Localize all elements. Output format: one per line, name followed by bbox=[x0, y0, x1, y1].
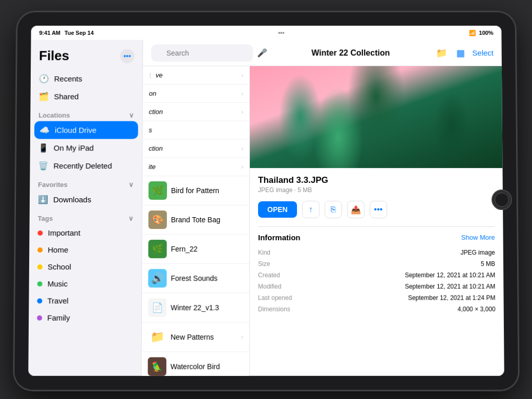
file-thumb: 🦜 bbox=[147, 357, 166, 375]
list-item[interactable]: on › bbox=[142, 85, 249, 103]
file-name: Forest Sounds bbox=[171, 274, 217, 282]
sidebar-item-icloud[interactable]: ☁️ iCloud Drive bbox=[34, 121, 138, 139]
list-item[interactable]: 📄 Winter 22_v1.3 bbox=[141, 293, 249, 322]
ipad-frame: 9:41 AM Tue Sep 14 ••• 📶 100% Files ••• … bbox=[13, 11, 518, 390]
list-item[interactable]: ite › bbox=[142, 158, 249, 176]
wifi-icon: 📶 bbox=[469, 29, 476, 36]
nav-bar: 🔍 🎤 Winter 22 Collection 📁 ▦ Select bbox=[143, 39, 502, 66]
tags-container: Important Home School Music Travel Famil… bbox=[29, 224, 142, 326]
export-button[interactable]: 📤 bbox=[347, 200, 364, 218]
sidebar-header: Files ••• bbox=[31, 48, 142, 70]
files-container: 🌿 Bird for Pattern 🎨 Brand Tote Bag 🌿 Fe… bbox=[141, 176, 249, 376]
recents-label: Recents bbox=[54, 74, 82, 83]
last-opened-value: September 12, 2021 at 1:24 PM bbox=[408, 294, 495, 301]
open-button[interactable]: OPEN bbox=[258, 201, 296, 217]
list-item[interactable]: ction › bbox=[142, 139, 249, 158]
list-item[interactable]: 🦜 Watercolor Bird bbox=[141, 352, 249, 375]
ipad-screen: 9:41 AM Tue Sep 14 ••• 📶 100% Files ••• … bbox=[28, 26, 504, 376]
status-right: 📶 100% bbox=[469, 29, 493, 36]
chevron-icon: › bbox=[241, 144, 243, 152]
tag-label: Family bbox=[47, 313, 70, 322]
sidebar-item-recents[interactable]: 🕐 Recents bbox=[30, 70, 142, 88]
list-item[interactable]: s bbox=[142, 121, 249, 139]
detail-info: Thailand 3.3.JPG JPEG image · 5 MB OPEN … bbox=[249, 168, 503, 322]
sidebar-item-downloads[interactable]: ⬇️ Downloads bbox=[29, 191, 141, 208]
list-item[interactable]: ⟨ ve › bbox=[142, 66, 249, 85]
date: Tue Sep 14 bbox=[64, 30, 93, 36]
icloud-label: iCloud Drive bbox=[54, 125, 96, 134]
sidebar-item-onipad[interactable]: 📱 On My iPad bbox=[30, 139, 142, 157]
sidebar-item-shared[interactable]: 🗂️ Shared bbox=[30, 87, 142, 105]
locations-chevron-icon: ∨ bbox=[129, 111, 134, 119]
list-item[interactable]: ction › bbox=[142, 102, 249, 121]
chevron-icon: › bbox=[241, 333, 243, 341]
file-thumb: 🌿 bbox=[148, 240, 166, 258]
sidebar-tag-music[interactable]: Music bbox=[29, 275, 141, 292]
tag-dot bbox=[37, 281, 42, 286]
tags-chevron-icon: ∨ bbox=[128, 214, 133, 222]
home-button[interactable] bbox=[491, 190, 512, 210]
nav-title: Winter 22 Collection bbox=[311, 48, 390, 57]
show-more-link[interactable]: Show More bbox=[461, 234, 495, 241]
folder-icon[interactable]: 📁 bbox=[434, 45, 449, 60]
info-header: Information Show More bbox=[258, 233, 495, 242]
recents-icon: 🕐 bbox=[38, 74, 49, 83]
locations-section-label: Locations ∨ bbox=[30, 105, 142, 121]
tag-dot bbox=[37, 315, 42, 320]
tag-dot bbox=[37, 230, 42, 235]
downloads-label: Downloads bbox=[53, 195, 91, 204]
back-chevron: ⟨ bbox=[148, 71, 151, 78]
detail-filename: Thailand 3.3.JPG bbox=[258, 175, 495, 185]
info-section: Information Show More Kind JPEG image Si… bbox=[258, 226, 495, 315]
tag-label: Important bbox=[48, 228, 80, 237]
sidebar-tag-important[interactable]: Important bbox=[29, 224, 141, 241]
chevron-icon: › bbox=[241, 90, 243, 97]
kind-value: JPEG image bbox=[460, 249, 495, 256]
detail-fileinfo: JPEG image · 5 MB bbox=[258, 186, 495, 194]
sidebar-tag-home[interactable]: Home bbox=[29, 241, 142, 258]
favorites-section-label: Favorites ∨ bbox=[30, 175, 142, 191]
tag-dot bbox=[37, 298, 42, 303]
trash-icon: 🗑️ bbox=[38, 161, 48, 171]
chevron-icon: › bbox=[241, 71, 243, 78]
info-header-title: Information bbox=[258, 233, 300, 242]
view-toggle-icon[interactable]: ▦ bbox=[454, 45, 467, 60]
more-button[interactable]: ••• bbox=[369, 200, 387, 218]
recently-deleted-label: Recently Deleted bbox=[53, 161, 112, 170]
file-name: Winter 22_v1.3 bbox=[171, 303, 219, 311]
sidebar-tag-family[interactable]: Family bbox=[29, 309, 141, 326]
sidebar-tag-school[interactable]: School bbox=[29, 258, 141, 275]
voice-icon[interactable]: 🎤 bbox=[257, 48, 267, 57]
tag-dot bbox=[37, 264, 42, 269]
list-item[interactable]: 🌿 Fern_22 bbox=[142, 235, 249, 264]
info-row-last-opened: Last opened September 12, 2021 at 1:24 P… bbox=[258, 292, 495, 303]
favorites-chevron-icon: ∨ bbox=[129, 181, 134, 188]
dimensions-label: Dimensions bbox=[258, 305, 293, 312]
file-list-panel: ⟨ ve › on › bbox=[141, 66, 250, 375]
list-item[interactable]: 📁 New Patterns › bbox=[141, 322, 249, 352]
list-item[interactable]: 🔊 Forest Sounds bbox=[142, 264, 249, 293]
file-thumb: 🌿 bbox=[148, 181, 167, 200]
sidebar-item-recently-deleted[interactable]: 🗑️ Recently Deleted bbox=[30, 157, 142, 175]
file-name: Fern_22 bbox=[171, 245, 197, 253]
nav-right: 📁 ▦ Select bbox=[434, 45, 493, 60]
created-value: September 12, 2021 at 10:21 AM bbox=[405, 271, 495, 279]
file-name: Watercolor Bird bbox=[170, 362, 220, 370]
app-content: Files ••• 🕐 Recents 🗂️ Shared Locations … bbox=[28, 39, 504, 375]
copy-button[interactable]: ⎘ bbox=[324, 200, 342, 218]
file-thumb: 📁 bbox=[147, 327, 166, 346]
sidebar-tag-travel[interactable]: Travel bbox=[29, 292, 141, 309]
detail-image bbox=[250, 66, 502, 168]
list-item[interactable]: 🌿 Bird for Pattern bbox=[142, 176, 249, 205]
list-item[interactable]: 🎨 Brand Tote Bag bbox=[142, 205, 249, 234]
file-thumb: 🎨 bbox=[148, 210, 166, 228]
battery: 100% bbox=[479, 30, 493, 36]
share-button[interactable]: ↑ bbox=[302, 200, 319, 218]
chevron-icon: › bbox=[241, 163, 243, 170]
search-input[interactable] bbox=[151, 44, 253, 61]
created-label: Created bbox=[258, 271, 293, 279]
select-button[interactable]: Select bbox=[472, 48, 494, 57]
main-area: 🔍 🎤 Winter 22 Collection 📁 ▦ Select bbox=[141, 39, 504, 375]
sidebar-more-button[interactable]: ••• bbox=[120, 49, 134, 63]
icloud-icon: ☁️ bbox=[39, 125, 49, 135]
